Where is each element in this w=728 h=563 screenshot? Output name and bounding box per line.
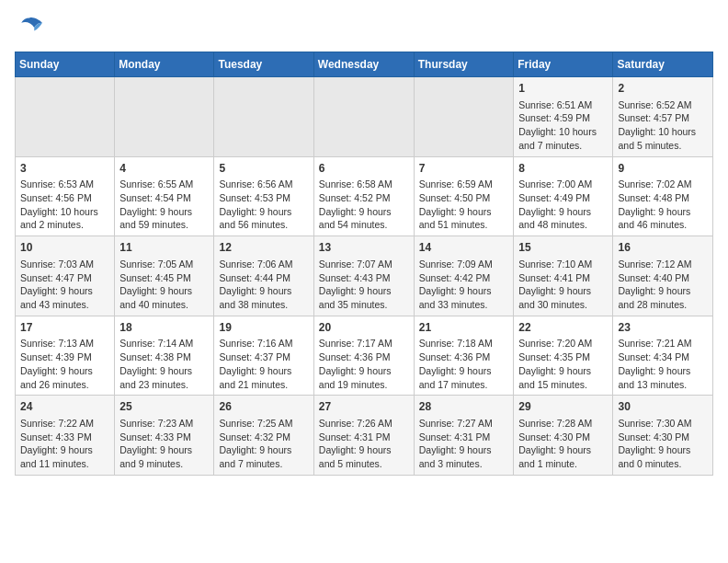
weekday-header: Thursday: [414, 52, 514, 77]
day-info: Sunrise: 7:18 AM: [419, 337, 509, 350]
day-number: 4: [119, 161, 209, 177]
calendar-day-cell: [214, 77, 313, 157]
calendar-day-cell: 11Sunrise: 7:05 AMSunset: 4:45 PMDayligh…: [115, 236, 214, 316]
day-number: 29: [518, 399, 608, 415]
day-info: Sunrise: 7:03 AM: [20, 258, 109, 271]
day-info: Sunrise: 7:09 AM: [419, 258, 509, 271]
day-info: Sunrise: 6:58 AM: [319, 178, 409, 191]
day-info: Daylight: 9 hours and 26 minutes.: [20, 364, 109, 391]
day-info: Sunset: 4:37 PM: [219, 350, 308, 364]
logo-icon: [15, 15, 44, 40]
calendar-day-cell: 19Sunrise: 7:16 AMSunset: 4:37 PMDayligh…: [214, 316, 313, 396]
day-info: Daylight: 9 hours and 48 minutes.: [518, 205, 608, 232]
day-number: 11: [119, 240, 209, 256]
day-number: 8: [518, 161, 608, 177]
day-number: 10: [20, 240, 109, 256]
day-info: Sunrise: 7:12 AM: [618, 258, 708, 271]
day-info: Sunrise: 7:20 AM: [518, 337, 608, 350]
day-info: Sunrise: 7:06 AM: [219, 258, 308, 271]
day-info: Sunset: 4:48 PM: [618, 191, 708, 205]
day-info: Daylight: 9 hours and 35 minutes.: [319, 284, 409, 311]
day-number: 5: [219, 161, 308, 177]
day-info: Sunset: 4:41 PM: [518, 271, 608, 285]
weekday-header: Wednesday: [313, 52, 414, 77]
day-info: Daylight: 9 hours and 1 minute.: [518, 443, 608, 470]
day-info: Daylight: 9 hours and 33 minutes.: [419, 284, 509, 311]
day-number: 6: [319, 161, 409, 177]
calendar-day-cell: 8Sunrise: 7:00 AMSunset: 4:49 PMDaylight…: [514, 156, 613, 236]
day-info: Sunrise: 7:23 AM: [119, 417, 209, 431]
day-info: Daylight: 9 hours and 15 minutes.: [518, 364, 608, 391]
day-info: Sunset: 4:50 PM: [419, 191, 509, 205]
day-number: 21: [419, 320, 509, 336]
day-info: Daylight: 9 hours and 17 minutes.: [419, 364, 509, 391]
calendar-day-cell: 13Sunrise: 7:07 AMSunset: 4:43 PMDayligh…: [313, 236, 414, 316]
day-number: 9: [618, 161, 708, 177]
day-info: Sunset: 4:33 PM: [119, 431, 209, 444]
day-info: Daylight: 9 hours and 51 minutes.: [419, 205, 509, 232]
calendar-day-cell: 7Sunrise: 6:59 AMSunset: 4:50 PMDaylight…: [414, 156, 514, 236]
day-info: Sunset: 4:36 PM: [419, 350, 509, 364]
calendar-table: SundayMondayTuesdayWednesdayThursdayFrid…: [15, 52, 713, 476]
calendar-day-cell: 20Sunrise: 7:17 AMSunset: 4:36 PMDayligh…: [313, 316, 414, 396]
day-number: 12: [219, 240, 308, 256]
day-info: Sunset: 4:49 PM: [518, 191, 608, 205]
day-info: Daylight: 9 hours and 46 minutes.: [618, 205, 708, 232]
calendar-week-row: 24Sunrise: 7:22 AMSunset: 4:33 PMDayligh…: [16, 396, 713, 476]
calendar-day-cell: 3Sunrise: 6:53 AMSunset: 4:56 PMDaylight…: [16, 156, 115, 236]
day-number: 26: [219, 399, 308, 415]
day-info: Sunrise: 7:07 AM: [319, 258, 409, 271]
calendar-day-cell: [414, 77, 514, 157]
day-info: Daylight: 9 hours and 5 minutes.: [319, 443, 409, 470]
day-info: Sunrise: 6:56 AM: [219, 178, 308, 191]
day-info: Sunset: 4:40 PM: [618, 271, 708, 285]
day-number: 22: [518, 320, 608, 336]
day-info: Daylight: 9 hours and 7 minutes.: [219, 443, 308, 470]
day-info: Sunrise: 7:00 AM: [518, 178, 608, 191]
day-number: 13: [319, 240, 409, 256]
day-info: Daylight: 9 hours and 59 minutes.: [119, 205, 209, 232]
day-info: Daylight: 10 hours and 7 minutes.: [518, 125, 608, 152]
calendar-week-row: 1Sunrise: 6:51 AMSunset: 4:59 PMDaylight…: [16, 77, 713, 157]
day-number: 3: [20, 161, 109, 177]
day-info: Sunset: 4:38 PM: [119, 350, 209, 364]
calendar-day-cell: 17Sunrise: 7:13 AMSunset: 4:39 PMDayligh…: [16, 316, 115, 396]
calendar-day-cell: 22Sunrise: 7:20 AMSunset: 4:35 PMDayligh…: [514, 316, 613, 396]
calendar-day-cell: 25Sunrise: 7:23 AMSunset: 4:33 PMDayligh…: [115, 396, 214, 476]
day-number: 17: [20, 320, 109, 336]
calendar-day-cell: 6Sunrise: 6:58 AMSunset: 4:52 PMDaylight…: [313, 156, 414, 236]
day-number: 14: [419, 240, 509, 256]
day-info: Sunset: 4:59 PM: [518, 111, 608, 125]
day-info: Daylight: 9 hours and 11 minutes.: [20, 443, 109, 470]
day-info: Daylight: 9 hours and 28 minutes.: [618, 284, 708, 311]
day-info: Daylight: 9 hours and 43 minutes.: [20, 284, 109, 311]
day-info: Sunrise: 7:10 AM: [518, 258, 608, 271]
day-number: 24: [20, 399, 109, 415]
day-info: Sunset: 4:30 PM: [518, 431, 608, 444]
weekday-header: Saturday: [613, 52, 713, 77]
day-number: 23: [618, 320, 708, 336]
day-info: Sunrise: 7:21 AM: [618, 337, 708, 350]
day-number: 18: [119, 320, 209, 336]
day-info: Sunset: 4:42 PM: [419, 271, 509, 285]
calendar-day-cell: 30Sunrise: 7:30 AMSunset: 4:30 PMDayligh…: [613, 396, 713, 476]
day-info: Daylight: 9 hours and 0 minutes.: [618, 443, 708, 470]
day-number: 28: [419, 399, 509, 415]
calendar-day-cell: [115, 77, 214, 157]
calendar-day-cell: [16, 77, 115, 157]
calendar-day-cell: 9Sunrise: 7:02 AMSunset: 4:48 PMDaylight…: [613, 156, 713, 236]
day-info: Daylight: 9 hours and 56 minutes.: [219, 205, 308, 232]
day-info: Sunrise: 7:17 AM: [319, 337, 409, 350]
calendar-day-cell: 18Sunrise: 7:14 AMSunset: 4:38 PMDayligh…: [115, 316, 214, 396]
day-number: 20: [319, 320, 409, 336]
calendar-day-cell: 15Sunrise: 7:10 AMSunset: 4:41 PMDayligh…: [514, 236, 613, 316]
day-info: Sunrise: 7:26 AM: [319, 417, 409, 431]
calendar-day-cell: 1Sunrise: 6:51 AMSunset: 4:59 PMDaylight…: [514, 77, 613, 157]
day-info: Sunrise: 6:55 AM: [119, 178, 209, 191]
day-number: 27: [319, 399, 409, 415]
day-info: Sunrise: 7:30 AM: [618, 417, 708, 431]
calendar-day-cell: 27Sunrise: 7:26 AMSunset: 4:31 PMDayligh…: [313, 396, 414, 476]
calendar-day-cell: [313, 77, 414, 157]
day-info: Sunset: 4:32 PM: [219, 431, 308, 444]
calendar-day-cell: 24Sunrise: 7:22 AMSunset: 4:33 PMDayligh…: [16, 396, 115, 476]
